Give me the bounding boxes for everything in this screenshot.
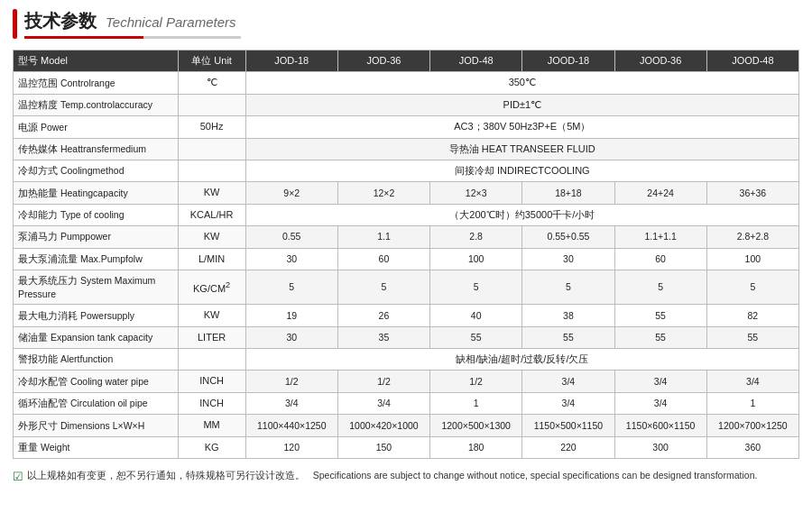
cell-value: 60: [337, 248, 429, 270]
cell-value: 40: [430, 305, 522, 326]
header-section: 技术参数 Technical Parameters: [0, 0, 812, 44]
table-row: 温控范围 Controlrange℃350℃: [14, 72, 799, 94]
cell-param: 温控精度 Temp.controlaccuracy: [14, 94, 179, 115]
cell-value: 30: [522, 248, 614, 270]
cell-value: 12×2: [337, 182, 429, 204]
cell-value: 220: [522, 436, 614, 458]
cell-merged-value: 导热油 HEAT TRANSEER FLUID: [245, 138, 798, 160]
cell-merged-value: AC3；380V 50Hz3P+E（5M）: [245, 116, 798, 138]
col-header-unit: 单位 Unit: [178, 50, 245, 72]
cell-value: 12×3: [430, 182, 522, 204]
cell-value: 60: [614, 248, 706, 270]
cell-param: 警报功能 Alertfunction: [14, 349, 179, 371]
cell-param: 传热媒体 Heattransfermedium: [14, 138, 179, 160]
cell-value: 26: [337, 305, 429, 326]
cell-value: 5: [614, 270, 706, 304]
cell-value: 35: [337, 326, 429, 348]
cell-value: 0.55: [245, 226, 337, 248]
cell-value: 1/2: [337, 371, 429, 392]
cell-value: 30: [245, 326, 337, 348]
cell-value: 5: [522, 270, 614, 304]
cell-value: 1150×500×1150: [522, 415, 614, 436]
col-header-jood48: JOOD-48: [706, 50, 798, 72]
footer-check-icon: ☑: [13, 470, 23, 483]
cell-unit: [178, 138, 245, 160]
cell-value: 5: [337, 270, 429, 304]
cell-value: 24+24: [614, 182, 706, 204]
cell-value: 18+18: [522, 182, 614, 204]
col-header-jod18: JOD-18: [245, 50, 337, 72]
cell-unit: KG: [178, 436, 245, 458]
table-row: 温控精度 Temp.controlaccuracyPID±1℃: [14, 94, 799, 115]
cell-value: 1150×600×1150: [614, 415, 706, 436]
cell-param: 加热能量 Heatingcapacity: [14, 182, 179, 204]
cell-unit: KW: [178, 182, 245, 204]
cell-value: 38: [522, 305, 614, 326]
table-row: 最大电力消耗 PowersupplyKW192640385582: [14, 305, 799, 326]
cell-value: 3/4: [245, 392, 337, 414]
cell-merged-value: （大200℃时）约35000千卡/小时: [245, 204, 798, 225]
cell-param: 冷却能力 Type of cooling: [14, 204, 179, 225]
cell-unit: [178, 160, 245, 181]
col-header-jood18: JOOD-18: [522, 50, 614, 72]
table-row: 外形尺寸 Dimensions L×W×HMM1100×440×12501000…: [14, 415, 799, 436]
cell-unit: L/MIN: [178, 248, 245, 270]
cell-value: 55: [522, 326, 614, 348]
cell-merged-value: PID±1℃: [245, 94, 798, 115]
cell-value: 30: [245, 248, 337, 270]
cell-value: 36+36: [706, 182, 798, 204]
cell-value: 1: [706, 392, 798, 414]
table-row: 冷却水配管 Cooling water pipeINCH1/21/21/23/4…: [14, 371, 799, 392]
cell-unit: [178, 94, 245, 115]
cell-value: 3/4: [337, 392, 429, 414]
cell-unit: [178, 349, 245, 371]
cell-value: 5: [245, 270, 337, 304]
table-row: 冷却能力 Type of coolingKCAL/HR（大200℃时）约3500…: [14, 204, 799, 225]
cell-value: 3/4: [706, 371, 798, 392]
col-header-jod36: JOD-36: [337, 50, 429, 72]
table-row: 电源 Power50HzAC3；380V 50Hz3P+E（5M）: [14, 116, 799, 138]
cell-param: 外形尺寸 Dimensions L×W×H: [14, 415, 179, 436]
cell-value: 55: [614, 326, 706, 348]
footer-text: 以上规格如有变更，恕不另行通知，特殊规格可另行设计改造。 Specificati…: [27, 470, 757, 482]
cell-value: 55: [706, 326, 798, 348]
cell-value: 1/2: [245, 371, 337, 392]
cell-value: 180: [430, 436, 522, 458]
cell-unit: INCH: [178, 371, 245, 392]
cell-value: 2.8: [430, 226, 522, 248]
table-row: 泵浦马力 PumppowerKW0.551.12.80.55+0.551.1+1…: [14, 226, 799, 248]
cell-value: 1100×440×1250: [245, 415, 337, 436]
table-row: 传热媒体 Heattransfermedium导热油 HEAT TRANSEER…: [14, 138, 799, 160]
cell-merged-value: 缺相/缺油/超时/过载/反转/欠压: [245, 349, 798, 371]
cell-value: 1/2: [430, 371, 522, 392]
cell-value: 5: [430, 270, 522, 304]
cell-param: 电源 Power: [14, 116, 179, 138]
cell-unit: KCAL/HR: [178, 204, 245, 225]
cell-value: 1: [430, 392, 522, 414]
cell-param: 最大电力消耗 Powersupply: [14, 305, 179, 326]
cell-param: 温控范围 Controlrange: [14, 72, 179, 94]
red-accent-bar: [13, 9, 17, 39]
cell-value: 300: [614, 436, 706, 458]
header-titles: 技术参数 Technical Parameters: [24, 9, 241, 39]
cell-param: 最大系统压力 System Maximum Pressure: [14, 270, 179, 304]
cell-value: 9×2: [245, 182, 337, 204]
cell-value: 0.55+0.55: [522, 226, 614, 248]
cell-value: 55: [430, 326, 522, 348]
cell-value: 55: [614, 305, 706, 326]
cell-value: 150: [337, 436, 429, 458]
cell-value: 5: [706, 270, 798, 304]
cell-value: 19: [245, 305, 337, 326]
table-section: 型号 Model 单位 Unit JOD-18 JOD-36 JOD-48 JO…: [0, 44, 812, 464]
cell-unit: 50Hz: [178, 116, 245, 138]
cell-value: 1.1: [337, 226, 429, 248]
cell-value: 2.8+2.8: [706, 226, 798, 248]
table-body: 温控范围 Controlrange℃350℃温控精度 Temp.controla…: [14, 72, 799, 459]
cell-param: 冷却水配管 Cooling water pipe: [14, 371, 179, 392]
cell-unit: KW: [178, 305, 245, 326]
table-row: 储油量 Expansion tank capacityLITER30355555…: [14, 326, 799, 348]
cell-unit: INCH: [178, 392, 245, 414]
cell-value: 1200×500×1300: [430, 415, 522, 436]
cell-unit: MM: [178, 415, 245, 436]
cell-value: 1200×700×1250: [706, 415, 798, 436]
